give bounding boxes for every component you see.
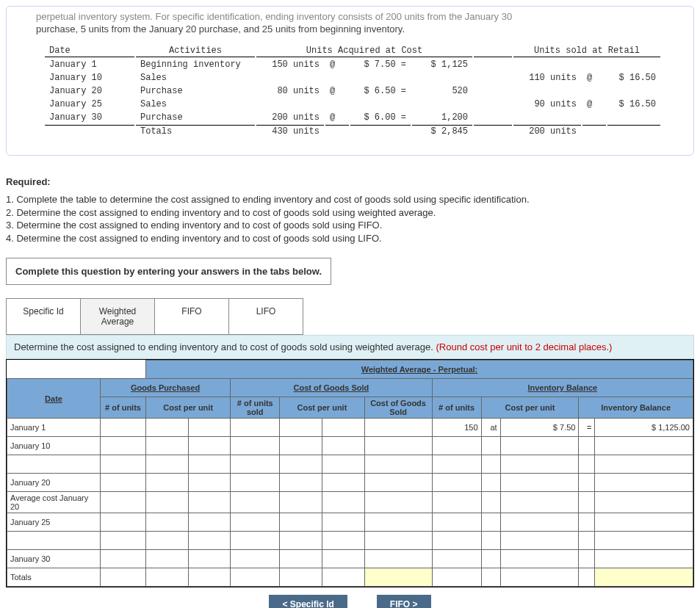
weighted-avg-table: Weighted Average - Perpetual: Date Goods… <box>7 360 693 587</box>
intro-line-1: perpetual inventory system. For specific… <box>36 11 693 22</box>
tab-specific-id[interactable]: Specific Id <box>6 298 81 335</box>
h-ib-cpu: Cost per unit <box>481 397 579 419</box>
h-gp-cpu: Cost per unit <box>146 397 231 419</box>
complete-instruction: Complete this question by entering your … <box>6 258 331 285</box>
h-cogs-total: Cost of Goods Sold <box>364 397 432 419</box>
totals-label: Totals <box>136 125 255 137</box>
h-ib-total: Inventory Balance <box>579 397 693 419</box>
wa-date: Totals <box>7 568 101 587</box>
totals-sold-units: 200 units <box>513 125 581 137</box>
required-heading: Required: <box>6 176 694 187</box>
wa-title: Weighted Average - Perpetual: <box>146 361 693 379</box>
wa-date <box>7 532 101 550</box>
prev-button[interactable]: < Specific Id <box>269 595 347 608</box>
col-activities: Activities <box>136 45 255 57</box>
wa-date: January 20 <box>7 474 101 492</box>
totals-units: 430 units <box>256 125 324 137</box>
h-inv-balance: Inventory Balance <box>432 379 693 397</box>
wa-date: January 1 <box>7 419 101 437</box>
wa-date: January 10 <box>7 437 101 455</box>
next-button[interactable]: FIFO > <box>377 595 431 608</box>
inventory-table: Date Activities Units Acquired at Cost U… <box>43 43 662 139</box>
req-2: 2. Determine the cost assigned to ending… <box>6 206 694 220</box>
tab-fifo[interactable]: FIFO <box>154 298 229 335</box>
h-goods-purchased: Goods Purchased <box>101 379 231 397</box>
req-3: 3. Determine the cost assigned to ending… <box>6 219 694 232</box>
h-gp-units: # of units <box>101 397 146 419</box>
tab-weighted-average[interactable]: WeightedAverage <box>80 298 155 335</box>
h-cogs-cpu: Cost per unit <box>280 397 364 419</box>
h-date: Date <box>7 379 101 419</box>
col-sold: Units sold at Retail <box>513 45 660 57</box>
tab-instruction: Determine the cost assigned to ending in… <box>6 335 694 359</box>
totals-ext: $ 2,845 <box>412 125 472 137</box>
wa-date: Average cost January 20 <box>7 492 101 513</box>
h-cogs: Cost of Goods Sold <box>231 379 432 397</box>
req-1: 1. Complete the table to determine the c… <box>6 193 694 206</box>
required-list: 1. Complete the table to determine the c… <box>6 193 694 245</box>
problem-card: perpetual inventory system. For specific… <box>6 6 694 156</box>
nav-buttons: < Specific Id FIFO > <box>6 595 694 608</box>
wa-date: January 25 <box>7 513 101 532</box>
col-date: Date <box>45 45 134 57</box>
h-cogs-units: # of units sold <box>231 397 280 419</box>
weighted-avg-panel: Weighted Average - Perpetual: Date Goods… <box>6 359 694 587</box>
wa-date <box>7 455 101 474</box>
wa-date: January 30 <box>7 550 101 568</box>
intro-line-2: purchase, 5 units from the January 20 pu… <box>36 23 693 35</box>
h-ib-units: # of units <box>432 397 481 419</box>
tab-lifo[interactable]: LIFO <box>228 298 303 335</box>
req-4: 4. Determine the cost assigned to ending… <box>6 232 694 245</box>
method-tabs: Specific Id WeightedAverage FIFO LIFO <box>6 298 694 335</box>
col-acquired: Units Acquired at Cost <box>256 45 472 57</box>
